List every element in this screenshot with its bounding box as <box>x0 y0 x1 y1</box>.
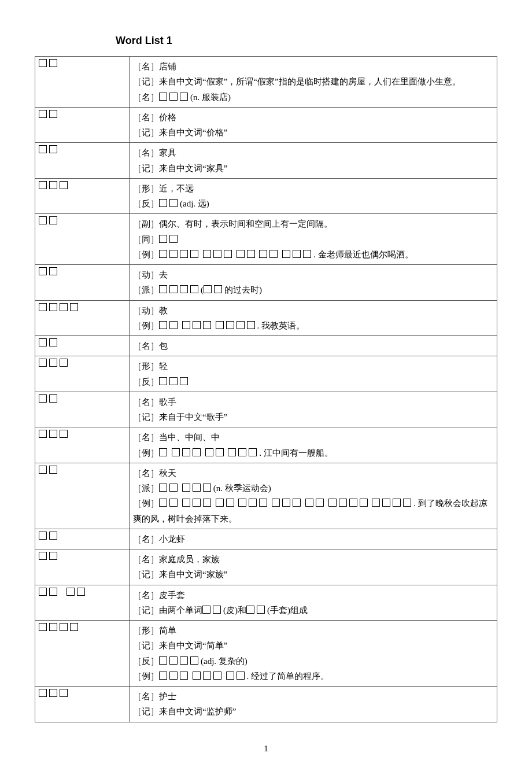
placeholder-box <box>180 250 188 258</box>
definition-line: ［反］(adj. 复杂的) <box>133 654 493 669</box>
placeholder-box <box>39 338 47 346</box>
placeholder-box <box>282 499 290 507</box>
term-cell <box>35 178 130 214</box>
pos-tag: ［名］ <box>133 341 159 351</box>
placeholder-box <box>249 499 257 507</box>
placeholder-box <box>224 250 232 258</box>
definition-line: ［名］护士 <box>133 689 493 704</box>
vocab-row: ［名］护士［记］来自中文词“监护师” <box>35 687 497 722</box>
definition-line: ［例］ . 江中间有一艘船。 <box>133 445 493 460</box>
definition-cell: ［名］护士［记］来自中文词“监护师” <box>130 687 497 722</box>
definition-line: ［记］来自中文词“家族” <box>133 567 493 582</box>
definition-cell: ［名］皮手套［记］由两个单词(皮)和(手套)组成 <box>130 585 497 621</box>
placeholder-box <box>203 321 211 329</box>
placeholder-box <box>393 499 401 507</box>
definition-line: ［记］来自中文词“监护师” <box>133 704 493 719</box>
placeholder-box <box>269 250 278 258</box>
placeholder-box <box>247 250 255 258</box>
placeholder-box <box>49 110 57 118</box>
definition-cell: ［副］偶尔、有时，表示时间和空间上有一定间隔。［同］［例］ . 金老师最近也偶尔… <box>130 214 497 265</box>
placeholder-box <box>180 672 188 680</box>
placeholder-box <box>49 338 57 346</box>
placeholder-box <box>328 499 337 507</box>
pos-tag: ［名］ <box>133 591 159 600</box>
placeholder-box <box>226 321 234 329</box>
term-cell <box>35 336 130 356</box>
pos-tag: ［名］ <box>133 692 159 701</box>
pos-tag: ［记］ <box>133 164 159 173</box>
placeholder-box <box>49 623 57 631</box>
definition-line: ［派］(的过去时) <box>133 282 493 297</box>
definition-line: ［名］家庭成员，家族 <box>133 552 493 567</box>
placeholder-box <box>213 250 221 258</box>
placeholder-box <box>205 448 213 456</box>
word-list-title: Word List 1 <box>116 35 497 47</box>
placeholder-box <box>180 377 188 385</box>
placeholder-box <box>159 656 167 665</box>
definition-cell: ［形］简单［记］来自中文词“简单”［反］(adj. 复杂的)［例］ . 经过了简… <box>130 621 497 687</box>
term-cell <box>35 529 130 549</box>
placeholder-box <box>282 250 290 258</box>
definition-line: ［名］皮手套 <box>133 588 493 603</box>
placeholder-box <box>193 484 201 492</box>
definition-cell: ［名］家具［记］来自中文词“家具” <box>130 143 497 179</box>
pos-tag: ［记］ <box>133 570 159 579</box>
vocab-row: ［形］轻［反］ <box>35 356 497 392</box>
placeholder-box <box>226 499 234 507</box>
placeholder-box <box>39 110 47 118</box>
placeholder-box <box>159 672 167 680</box>
placeholder-box <box>272 499 280 507</box>
placeholder-box <box>203 672 211 680</box>
placeholder-box <box>303 250 311 258</box>
placeholder-box <box>39 430 47 438</box>
placeholder-box <box>49 181 57 189</box>
term-cell <box>35 687 130 722</box>
placeholder-box <box>180 285 188 293</box>
pos-tag: ［例］ <box>133 499 159 508</box>
placeholder-box <box>49 216 57 224</box>
placeholder-box <box>66 588 75 596</box>
definition-cell: ［名］家庭成员，家族［记］来自中文词“家族” <box>130 549 497 585</box>
placeholder-box <box>70 303 78 311</box>
placeholder-box <box>293 499 301 507</box>
placeholder-box <box>182 448 190 456</box>
term-cell <box>35 107 130 143</box>
placeholder-box <box>238 448 246 456</box>
definition-line: ［派］ (n. 秋季运动会) <box>133 481 493 496</box>
placeholder-box <box>238 499 246 507</box>
pos-tag: ［记］ <box>133 707 159 716</box>
definition-line: ［名］包 <box>133 338 493 353</box>
placeholder-box <box>169 235 178 243</box>
definition-line: ［名］秋天 <box>133 466 493 481</box>
placeholder-box <box>49 59 57 67</box>
pos-tag: ［记］ <box>133 128 159 137</box>
placeholder-box <box>39 689 47 697</box>
definition-line: ［同］ <box>133 232 493 247</box>
definition-line: ［记］来自中文词“简单” <box>133 638 493 653</box>
definition-line: ［动］教 <box>133 303 493 318</box>
definition-line: ［记］由两个单词(皮)和(手套)组成 <box>133 603 493 618</box>
placeholder-box <box>159 499 167 507</box>
placeholder-box <box>214 285 222 293</box>
placeholder-box <box>169 321 178 329</box>
placeholder-box <box>259 250 267 258</box>
placeholder-box <box>49 145 57 153</box>
placeholder-box <box>293 250 301 258</box>
vocab-row: ［动］教［例］ . 我教英语。 <box>35 300 497 336</box>
placeholder-box <box>39 267 47 275</box>
term-cell <box>35 392 130 427</box>
definition-line: ［名］当中、中间、中 <box>133 430 493 445</box>
vocab-row: ［名］包 <box>35 336 497 356</box>
definition-cell: ［名］店铺［记］来自中文词“假家”，所谓“假家”指的是临时搭建的房屋，人们在里面… <box>130 57 497 108</box>
placeholder-box <box>49 552 57 560</box>
placeholder-box <box>169 250 178 258</box>
placeholder-box <box>182 321 190 329</box>
definition-line: ［形］轻 <box>133 359 493 374</box>
placeholder-box <box>169 199 178 207</box>
pos-tag: ［名］ <box>133 534 159 544</box>
definition-line: ［记］来自于中文“歌手” <box>133 410 493 425</box>
definition-cell: ［动］去［派］(的过去时) <box>130 265 497 301</box>
placeholder-box <box>60 430 68 438</box>
placeholder-box <box>169 672 178 680</box>
term-cell <box>35 143 130 179</box>
